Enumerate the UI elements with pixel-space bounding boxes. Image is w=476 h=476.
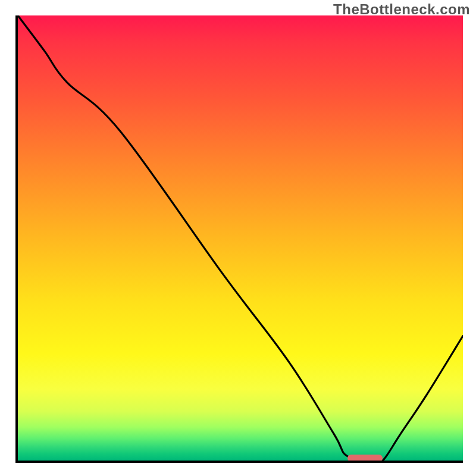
chart-container: TheBottleneck.com — [0, 0, 476, 476]
optimal-range-marker — [347, 455, 383, 462]
bottleneck-curve — [18, 15, 463, 461]
plot-area — [15, 15, 463, 463]
